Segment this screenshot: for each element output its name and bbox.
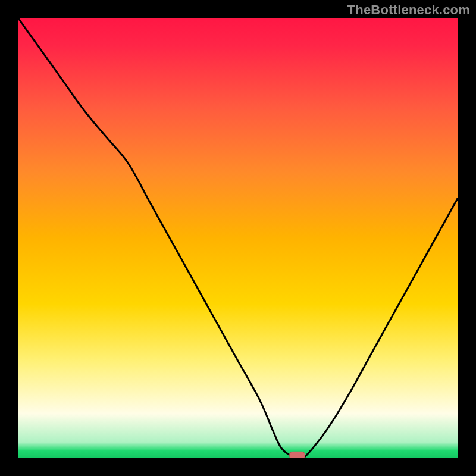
gradient-background [18,18,458,458]
optimal-marker [290,452,305,458]
chart-frame: TheBottleneck.com [0,0,476,476]
plot-svg [18,18,458,458]
plot-area [18,18,458,458]
watermark-label: TheBottleneck.com [347,2,470,18]
